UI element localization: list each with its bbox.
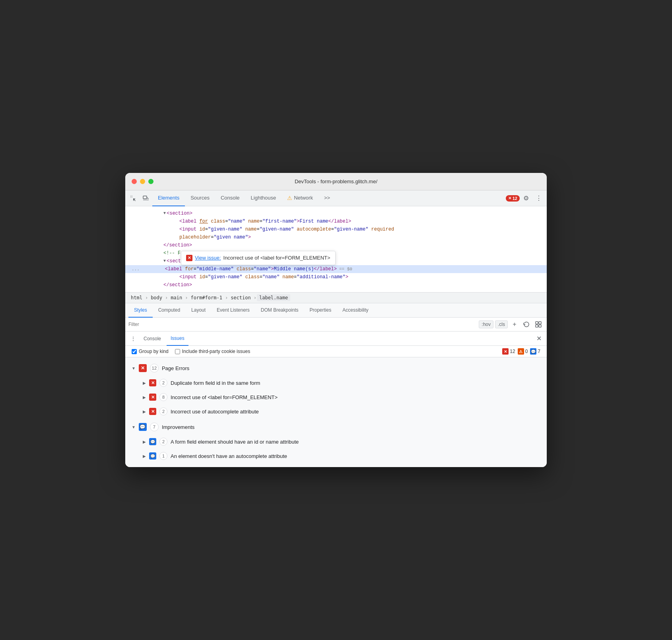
triangle-icon-2[interactable]: ▼ <box>163 258 166 265</box>
autocomplete-count: 2 <box>159 407 167 415</box>
svg-rect-3 <box>132 197 132 198</box>
issues-tab[interactable]: Issues <box>167 332 188 346</box>
issues-console-tab[interactable]: Console <box>140 332 165 346</box>
error-count-badge: ✕ 12 <box>502 348 515 355</box>
dup-id-arrow-icon: ▶ <box>143 381 146 385</box>
minimize-button[interactable] <box>140 179 145 184</box>
tab-styles[interactable]: Styles <box>128 303 153 318</box>
svg-rect-9 <box>539 325 541 327</box>
tooltip-view-issue-link[interactable]: View issue: <box>195 254 221 262</box>
dom-line-comment[interactable]: <!-- Fo... ✕ View issue: Incorrect use o… <box>125 249 547 257</box>
tab-dom-breakpoints[interactable]: DOM Breakpoints <box>255 303 304 318</box>
dom-line-section-open[interactable]: ▼ <section> <box>125 209 547 217</box>
svg-rect-0 <box>130 196 131 196</box>
form-id-info-icon: 💬 <box>149 438 156 445</box>
triangle-icon[interactable]: ▼ <box>163 210 166 217</box>
settings-icon-button[interactable]: ⚙ <box>520 192 532 205</box>
dom-line-section-close-2[interactable]: </section> <box>125 281 547 289</box>
dom-panel: ▼ <section> <label for class="name" name… <box>125 206 547 293</box>
bc-main[interactable]: main <box>168 294 185 301</box>
dup-id-text: Duplicate form field id in the same form <box>171 380 540 386</box>
improvements-info-icon: 💬 <box>139 423 147 431</box>
tab-layout[interactable]: Layout <box>186 303 211 318</box>
dom-line-label-1[interactable]: <label for class="name" name="first-name… <box>125 217 547 225</box>
tab-lighthouse[interactable]: Lighthouse <box>245 190 282 206</box>
autocomplete-arrow-icon: ▶ <box>143 409 146 414</box>
filter-bar: :hov .cls + <box>125 318 547 332</box>
refresh-style-button[interactable] <box>521 319 532 330</box>
issues-panel-header: ⋮ Console Issues ✕ <box>125 332 547 346</box>
dom-line-input-2[interactable]: <input id="given-name" class="name" name… <box>125 273 547 281</box>
filter-input[interactable] <box>128 322 476 327</box>
issue-group-page-errors-header[interactable]: ▼ ✕ 12 Page Errors <box>125 361 547 376</box>
issues-menu-button[interactable]: ⋮ <box>128 334 138 343</box>
dom-line-label-selected[interactable]: ... <label for="middle-name" class="name… <box>125 265 547 273</box>
dom-line-input-1[interactable]: <input id="given-name" name="given-name"… <box>125 225 547 233</box>
issues-content: ▼ ✕ 12 Page Errors ▶ ✕ 2 Duplicate form … <box>125 357 547 467</box>
layout-icon-button[interactable] <box>533 319 544 330</box>
tab-sources[interactable]: Sources <box>185 190 215 206</box>
improvements-label: Improvements <box>162 424 194 430</box>
cursor-icon-button[interactable] <box>127 192 140 205</box>
form-id-text: A form field element should have an id o… <box>171 439 540 445</box>
issues-toolbar: Group by kind Include third-party cookie… <box>125 346 547 357</box>
more-options-button[interactable]: ⋮ <box>532 192 545 205</box>
inspect-icon-button[interactable] <box>140 192 152 205</box>
bc-section[interactable]: section <box>228 294 253 301</box>
devtools-window: DevTools - form-problems.glitch.me/ Elem… <box>125 173 547 467</box>
svg-rect-1 <box>132 196 132 196</box>
dom-line-placeholder[interactable]: placeholder="given name"> <box>125 233 547 241</box>
dollar-eq-marker: == $0 <box>339 266 352 273</box>
error-badge-count: 12 <box>513 196 517 201</box>
tooltip-message: Incorrect use of <label for=FORM_ELEMENT… <box>223 254 330 262</box>
group-by-kind-input[interactable] <box>132 349 137 354</box>
close-button[interactable] <box>132 179 137 184</box>
ellipsis-icon: ... <box>132 266 140 273</box>
error-badge[interactable]: ✕ 12 <box>506 195 520 202</box>
include-cookies-checkbox[interactable]: Include third-party cookie issues <box>175 349 250 354</box>
issues-panel: ⋮ Console Issues ✕ Group by kind Include… <box>125 332 547 467</box>
group-by-kind-checkbox[interactable]: Group by kind <box>132 349 169 354</box>
dom-line-section-close-1[interactable]: </section> <box>125 241 547 249</box>
include-cookies-input[interactable] <box>175 349 180 354</box>
bc-label[interactable]: label.name <box>257 294 290 301</box>
network-warning-icon: ⚠ <box>287 195 292 201</box>
autocomplete-error-icon: ✕ <box>149 408 156 415</box>
issues-close-button[interactable]: ✕ <box>534 334 544 343</box>
cls-button[interactable]: .cls <box>495 320 508 328</box>
tab-event-listeners[interactable]: Event Listeners <box>211 303 255 318</box>
label-for-count: 8 <box>159 393 167 401</box>
issue-item-label-for[interactable]: ▶ ✕ 8 Incorrect use of <label for=FORM_E… <box>125 390 547 404</box>
add-style-button[interactable]: + <box>509 319 520 330</box>
window-title: DevTools - form-problems.glitch.me/ <box>295 178 377 184</box>
issue-item-no-autocomplete[interactable]: ▶ 💬 1 An element doesn't have an autocom… <box>125 449 547 463</box>
issue-item-form-id[interactable]: ▶ 💬 2 A form field element should have a… <box>125 434 547 449</box>
styles-tab-bar: Styles Computed Layout Event Listeners D… <box>125 303 547 318</box>
breadcrumb: html › body › main › form#form-1 › secti… <box>125 293 547 303</box>
bc-body[interactable]: body <box>148 294 165 301</box>
issue-item-dup-id[interactable]: ▶ ✕ 2 Duplicate form field id in the sam… <box>125 376 547 390</box>
no-autocomplete-text: An element doesn't have an autocomplete … <box>171 453 540 459</box>
warning-icon: ⚠ <box>518 348 524 355</box>
hov-button[interactable]: :hov <box>479 320 493 328</box>
tab-accessibility[interactable]: Accessibility <box>337 303 374 318</box>
tab-computed[interactable]: Computed <box>153 303 186 318</box>
tab-properties[interactable]: Properties <box>304 303 337 318</box>
no-autocomplete-arrow-icon: ▶ <box>143 454 146 458</box>
svg-rect-4 <box>143 196 147 199</box>
warning-count-badge: ⚠ 0 <box>518 348 528 355</box>
tab-console[interactable]: Console <box>215 190 245 206</box>
page-errors-arrow-icon: ▼ <box>132 366 136 370</box>
issue-group-improvements-header[interactable]: ▼ 💬 7 Improvements <box>125 419 547 434</box>
svg-rect-5 <box>143 200 149 200</box>
tab-elements[interactable]: Elements <box>152 190 185 206</box>
issue-item-autocomplete[interactable]: ▶ ✕ 2 Incorrect use of autocomplete attr… <box>125 404 547 419</box>
improvements-count-badge: 7 <box>150 423 159 431</box>
bc-form[interactable]: form#form-1 <box>188 294 224 301</box>
label-for-error-icon: ✕ <box>149 394 156 401</box>
autocomplete-text: Incorrect use of autocomplete attribute <box>171 409 540 415</box>
bc-html[interactable]: html <box>128 294 145 301</box>
maximize-button[interactable] <box>148 179 153 184</box>
tab-more[interactable]: >> <box>319 190 336 206</box>
tab-network[interactable]: ⚠ Network <box>282 190 319 206</box>
